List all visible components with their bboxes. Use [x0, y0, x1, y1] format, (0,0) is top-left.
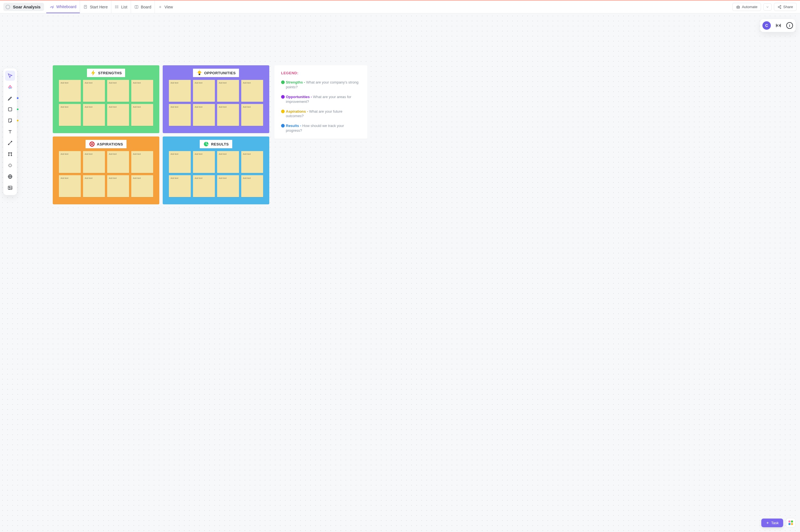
- sticky-color-dot: [17, 120, 19, 121]
- sticky-note[interactable]: Add text: [193, 80, 215, 102]
- clickup-items-tool[interactable]: [5, 82, 15, 92]
- text-tool[interactable]: [5, 127, 15, 137]
- legend-dot-icon: [281, 80, 285, 84]
- legend-dot-icon: [281, 124, 285, 128]
- fit-width-button[interactable]: [775, 22, 782, 29]
- svg-rect-24: [8, 108, 12, 111]
- svg-point-18: [778, 6, 779, 7]
- legend-card[interactable]: LEGEND: Strengths - What are your compan…: [274, 65, 367, 139]
- sticky-note[interactable]: Add text: [169, 80, 191, 102]
- sticky-note[interactable]: Add text: [83, 80, 105, 102]
- sticky-note[interactable]: Add text: [59, 151, 81, 173]
- square-icon: [7, 107, 13, 112]
- whiteboard-left-toolbar: [3, 69, 17, 195]
- automate-dropdown-caret[interactable]: [763, 3, 772, 11]
- page-title: Soar Analysis: [13, 4, 41, 9]
- tab-whiteboard-label: Whiteboard: [56, 4, 77, 9]
- sticky-note[interactable]: Add text: [131, 151, 153, 173]
- select-tool[interactable]: [5, 71, 15, 81]
- quadrant-title-results: RESULTS: [200, 140, 232, 148]
- cursor-icon: [7, 73, 13, 78]
- sticky-note[interactable]: Add text: [193, 104, 215, 126]
- legend-title: LEGEND:: [281, 71, 361, 75]
- tab-whiteboard[interactable]: Whiteboard: [46, 1, 80, 13]
- automate-icon: [736, 5, 740, 9]
- svg-point-38: [9, 187, 10, 188]
- automate-button[interactable]: Automate: [732, 3, 761, 11]
- sticky-note[interactable]: Add text: [59, 80, 81, 102]
- quadrant-results[interactable]: RESULTS Add text Add text Add text Add t…: [163, 136, 269, 204]
- create-task-button[interactable]: Task: [761, 518, 783, 527]
- text-icon: [7, 129, 13, 134]
- web-tool[interactable]: [5, 172, 15, 182]
- relationship-tool[interactable]: [5, 149, 15, 159]
- sticky-note-tool[interactable]: [5, 115, 15, 126]
- tab-board[interactable]: Board: [131, 1, 155, 13]
- svg-point-17: [780, 5, 781, 6]
- image-tool[interactable]: [5, 183, 15, 193]
- plus-icon: [766, 521, 769, 525]
- shape-color-dot: [17, 109, 19, 110]
- tab-list[interactable]: List: [111, 1, 131, 13]
- quadrant-strengths[interactable]: STRENGTHS Add text Add text Add text Add…: [53, 65, 159, 133]
- pen-tool[interactable]: [5, 93, 15, 103]
- sticky-note[interactable]: Add text: [59, 104, 81, 126]
- svg-line-20: [779, 7, 780, 7]
- automate-label: Automate: [742, 5, 758, 9]
- quadrant-aspirations[interactable]: ASPIRATIONS Add text Add text Add text A…: [53, 136, 159, 204]
- sticky-note[interactable]: Add text: [83, 104, 105, 126]
- sticky-note[interactable]: Add text: [241, 80, 263, 102]
- legend-dot-icon: [281, 110, 285, 113]
- sticky-note[interactable]: Add text: [217, 104, 239, 126]
- relationship-icon: [7, 152, 13, 157]
- add-view-label: View: [164, 5, 173, 9]
- lightbulb-icon: [196, 70, 202, 76]
- sticky-note[interactable]: Add text: [169, 151, 191, 173]
- sticky-note[interactable]: Add text: [241, 104, 263, 126]
- sticky-note[interactable]: Add text: [131, 80, 153, 102]
- svg-rect-40: [199, 74, 200, 75]
- target-icon: [89, 141, 95, 147]
- info-button[interactable]: i: [786, 22, 793, 29]
- apps-icon: [788, 520, 793, 525]
- avatar[interactable]: C: [762, 21, 771, 30]
- apps-button[interactable]: [786, 518, 796, 528]
- fit-width-icon: [776, 23, 781, 28]
- svg-point-30: [8, 152, 9, 153]
- quadrant-opportunities[interactable]: OPPORTUNITIES Add text Add text Add text…: [163, 65, 269, 133]
- sticky-note[interactable]: Add text: [131, 104, 153, 126]
- add-view-button[interactable]: View: [155, 1, 176, 13]
- sticky-note[interactable]: Add text: [131, 175, 153, 197]
- bottom-right-fab-group: Task: [761, 518, 796, 528]
- sticky-note[interactable]: Add text: [107, 104, 129, 126]
- sticky-note[interactable]: Add text: [107, 151, 129, 173]
- sticky-note[interactable]: Add text: [59, 175, 81, 197]
- connector-tool[interactable]: [5, 138, 15, 148]
- sticky-note[interactable]: Add text: [217, 80, 239, 102]
- whiteboard-canvas[interactable]: C i: [0, 14, 800, 532]
- tab-start-here[interactable]: Start Here: [80, 1, 111, 13]
- sticky-note[interactable]: Add text: [217, 175, 239, 197]
- sticky-note[interactable]: Add text: [169, 175, 191, 197]
- page-title-chip[interactable]: Soar Analysis: [3, 3, 44, 11]
- sticky-note[interactable]: Add text: [107, 80, 129, 102]
- sticky-note[interactable]: Add text: [241, 175, 263, 197]
- svg-point-46: [91, 143, 93, 145]
- svg-point-19: [780, 7, 781, 9]
- sticky-note[interactable]: Add text: [193, 151, 215, 173]
- image-icon: [7, 185, 13, 190]
- sticky-note[interactable]: Add text: [241, 151, 263, 173]
- globe-icon: [7, 174, 13, 179]
- ai-tool[interactable]: [5, 160, 15, 170]
- sticky-note[interactable]: Add text: [83, 175, 105, 197]
- shape-tool[interactable]: [5, 104, 15, 114]
- sticky-note[interactable]: Add text: [169, 104, 191, 126]
- sticky-note[interactable]: Add text: [193, 175, 215, 197]
- share-button[interactable]: Share: [774, 3, 797, 11]
- pen-icon: [7, 96, 13, 101]
- pen-color-dot: [17, 97, 19, 99]
- sticky-note[interactable]: Add text: [217, 151, 239, 173]
- sticky-note[interactable]: Add text: [107, 175, 129, 197]
- sticky-note-icon: [7, 118, 13, 123]
- sticky-note[interactable]: Add text: [83, 151, 105, 173]
